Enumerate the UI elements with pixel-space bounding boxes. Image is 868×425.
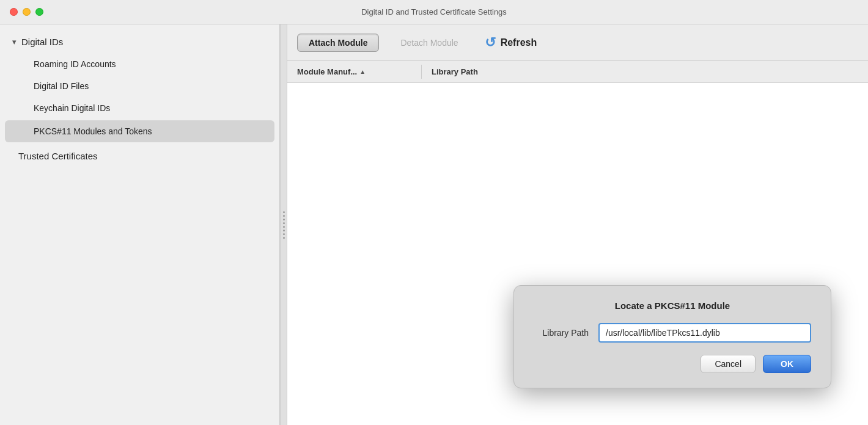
modal-library-path-input[interactable]	[598, 323, 811, 343]
modal-title: Locate a PKCS#11 Module	[534, 300, 811, 311]
modal-library-path-field: Library Path	[534, 323, 811, 343]
modal-ok-button[interactable]: OK	[763, 355, 811, 373]
modal-cancel-button[interactable]: Cancel	[701, 355, 756, 373]
locate-pkcs11-modal: Locate a PKCS#11 Module Library Path Can…	[513, 285, 831, 388]
modal-library-path-label: Library Path	[534, 328, 589, 338]
modal-actions: Cancel OK	[534, 355, 811, 373]
modal-overlay: Locate a PKCS#11 Module Library Path Can…	[0, 0, 868, 425]
